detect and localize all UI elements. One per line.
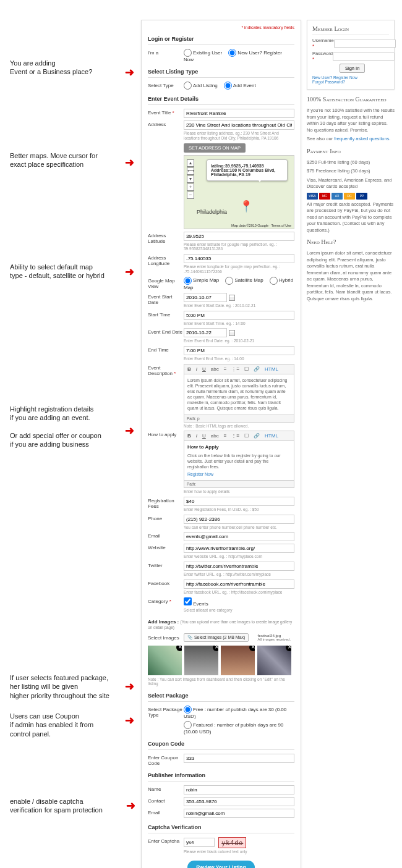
review-listing-button[interactable]: Review Your Listing <box>187 861 254 868</box>
description-editor[interactable]: Lorem ipsum dolor sit amet, consectetuer… <box>184 374 294 415</box>
twitter-hint: Enter twitter URL. eg. : http://twitter.… <box>184 572 294 577</box>
longitude-input[interactable] <box>184 254 294 263</box>
thumbnail[interactable]: ✕ <box>148 646 182 675</box>
longitude-hint: Please enter longitude for google map pe… <box>184 264 294 274</box>
email-input[interactable] <box>184 532 294 541</box>
add-listing-radio[interactable]: Add Listing <box>184 83 218 88</box>
annotation-text: Highlight registration details if you ar… <box>10 405 101 449</box>
username-input[interactable] <box>334 40 396 48</box>
editor-toolbar[interactable]: BIUabc≡⋮≡☐🔗HTML <box>184 431 294 440</box>
faq-link[interactable]: frequently asked questions. <box>334 136 390 141</box>
category-events-checkbox[interactable]: Events <box>184 601 208 607</box>
start-date-label: Event Start Date <box>148 293 184 305</box>
package-featured-radio[interactable]: Featured : number of publish days are 90… <box>184 721 289 735</box>
map-pan-up[interactable]: ▴ <box>187 159 194 167</box>
map-pan-lr[interactable]: ⟷ <box>187 167 194 175</box>
satellite-map-radio[interactable]: Satellite Map <box>225 277 263 283</box>
select-type-label: Select Type <box>148 82 184 88</box>
website-input[interactable] <box>184 544 294 553</box>
longitude-label: Address Longitude <box>148 254 184 266</box>
pub-name-input[interactable] <box>184 785 294 794</box>
delete-icon[interactable]: ✕ <box>176 646 182 651</box>
need-help-title: Need Help? <box>307 238 395 247</box>
howto-editor[interactable]: How to Apply Click on the below link to … <box>184 440 294 481</box>
select-listing-type-head: Select Listing Type <box>148 66 294 78</box>
facebook-input[interactable] <box>184 579 294 589</box>
file-upload-button[interactable]: 📎 Select Images (2 MB Max) <box>184 633 249 642</box>
end-time-hint: Enter Event End Time. eg. : 14:00 <box>184 356 294 361</box>
publisher-head: Publisher Information <box>148 770 294 782</box>
annotation-text: You are adding Event or a Business place… <box>10 59 92 77</box>
regfee-input[interactable] <box>184 497 294 506</box>
map-controls[interactable]: ▴ ⟷ ▾ + − <box>187 159 194 200</box>
event-title-input[interactable] <box>184 109 294 118</box>
map-attribution: Map data ©2010 Google · Terms of Use <box>231 224 291 227</box>
start-date-input[interactable] <box>184 293 227 302</box>
website-hint: Enter website URL. eg. : http://myplace.… <box>184 554 294 559</box>
signin-button[interactable]: Sign In <box>340 64 365 73</box>
end-time-input[interactable] <box>184 346 294 355</box>
delete-icon[interactable]: ✕ <box>213 646 218 651</box>
latitude-label: Address Latitude <box>148 232 184 244</box>
pub-contact-label: Contact <box>148 797 184 804</box>
package-free-radio[interactable]: Free : number of publish days are 30 (0.… <box>184 706 289 719</box>
start-time-input[interactable] <box>184 311 294 320</box>
set-address-button[interactable]: SET ADDRESS ON MAP <box>184 143 246 153</box>
description-label: Event Description * <box>148 364 184 376</box>
map-widget[interactable]: ▴ ⟷ ▾ + − lat/lng:39.9525,-75.140535 Add… <box>184 155 294 229</box>
listing-form: * indicates mandatory fields Login or Re… <box>141 20 301 868</box>
select-package-head: Select Package <box>148 690 294 702</box>
existing-user-radio[interactable]: Existing User <box>184 50 222 56</box>
regfee-label: Registration Fees <box>148 497 184 509</box>
calendar-icon[interactable] <box>229 330 235 336</box>
arrow-icon: ➜ <box>126 799 135 812</box>
regfee-hint: Enter Registration Fees, in USD. eg. : $… <box>184 507 294 512</box>
mastercard-icon: MC <box>319 193 330 200</box>
end-date-label: Event End Date <box>148 328 184 335</box>
password-input[interactable] <box>333 53 395 61</box>
category-label: Category * <box>148 597 184 604</box>
editor-toolbar[interactable]: BIUabc≡⋮≡☐🔗HTML <box>184 364 294 374</box>
map-pan-down[interactable]: ▾ <box>187 175 194 183</box>
captcha-label: Enter Captcha <box>148 837 184 844</box>
pub-email-input[interactable] <box>184 809 294 818</box>
payment-text: $250 Full-time listing (60 days) <box>307 159 395 166</box>
add-event-radio[interactable]: Add Event <box>224 83 256 88</box>
pub-contact-input[interactable] <box>184 797 294 806</box>
annotation-text: Ability to select default map type - def… <box>10 263 105 280</box>
website-label: Website <box>148 544 184 550</box>
address-input[interactable] <box>184 120 294 130</box>
captcha-input[interactable] <box>184 838 215 847</box>
payment-text: All major credit cards accepted. Payment… <box>307 201 395 234</box>
sidebar: Member Login Username * Password * Sign … <box>307 20 395 305</box>
ima-label: I'm a <box>148 49 184 56</box>
delete-icon[interactable]: ✕ <box>249 646 255 651</box>
amex-icon: AX <box>331 193 343 200</box>
thumbnail[interactable]: ✕ <box>221 646 255 675</box>
address-label: Address <box>148 120 184 127</box>
start-time-hint: Enter Event Start Time. eg. : 14:00 <box>184 321 294 326</box>
login-links[interactable]: New User? Register Now Forgot Password? <box>312 75 389 84</box>
map-zoom-out[interactable]: − <box>187 192 194 199</box>
twitter-input[interactable] <box>184 562 294 571</box>
map-zoom-in[interactable]: + <box>187 183 194 191</box>
phone-hint: You can enter phone number,cell phone nu… <box>184 525 294 530</box>
select-images-label: Select Images <box>148 634 184 641</box>
satisfaction-see: See also our frequently asked questions. <box>307 136 395 143</box>
simple-map-radio[interactable]: Simple Map <box>184 277 219 283</box>
mandatory-note: * indicates mandatory fields <box>148 25 294 30</box>
coupon-input[interactable] <box>184 754 294 763</box>
add-images-head: Add Images : (You can upload more than o… <box>148 619 294 630</box>
calendar-icon[interactable] <box>229 295 235 301</box>
phone-input[interactable] <box>184 515 294 524</box>
thumbnail[interactable]: ✕ <box>184 646 218 675</box>
thumbnail[interactable]: ✕ <box>257 646 291 675</box>
image-thumbnails: ✕ ✕ ✕ ✕ <box>148 646 294 675</box>
end-date-input[interactable] <box>184 328 227 337</box>
payment-info-title: Payment Info <box>307 148 395 156</box>
delete-icon[interactable]: ✕ <box>286 646 291 651</box>
coupon-label: Enter Coupon Code <box>148 754 184 766</box>
latitude-input[interactable] <box>184 232 294 241</box>
end-date-hint: Enter Event End Date. eg. : 2010-02-21 <box>184 339 294 343</box>
map-marker-icon[interactable]: 📍 <box>239 200 253 213</box>
